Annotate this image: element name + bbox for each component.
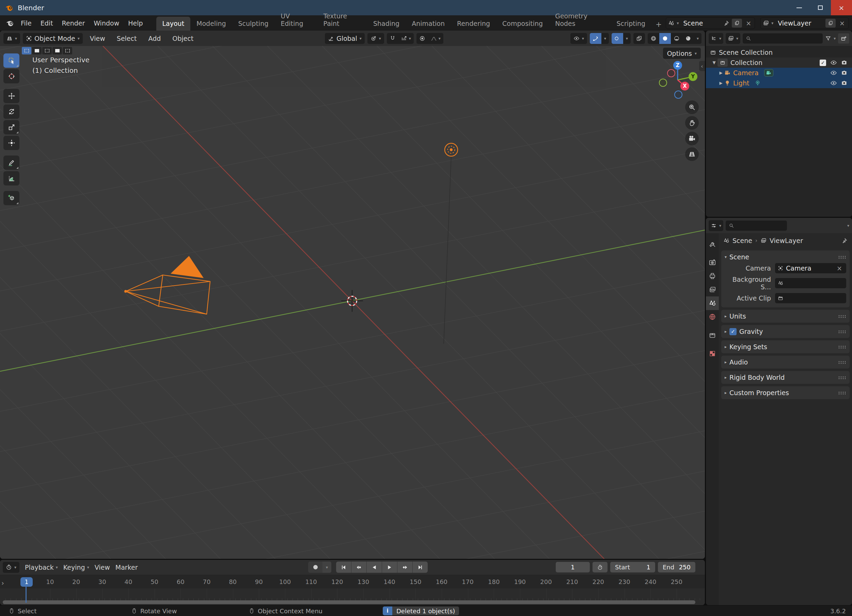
current-frame-badge[interactable]: 1 — [20, 577, 33, 587]
tool-move[interactable] — [3, 89, 20, 103]
drag-handle-icon[interactable] — [838, 392, 846, 395]
show-object-types-selector[interactable]: ▾ — [570, 33, 587, 44]
select-mode-subtract[interactable] — [42, 47, 52, 54]
gizmo-neg-z-handle[interactable] — [675, 91, 682, 98]
viewport-canvas[interactable]: Z Y X User Perspective ( — [0, 46, 705, 559]
tab-compositing[interactable]: Compositing — [496, 17, 549, 31]
tool-measure[interactable] — [3, 171, 20, 185]
chevron-down-icon[interactable]: ▾ — [847, 223, 849, 228]
background-scene-field[interactable] — [775, 278, 846, 288]
view-layer-selector[interactable]: ▾ ViewLayer × — [760, 17, 849, 29]
tool-transform[interactable] — [3, 136, 20, 150]
timeline-scrollbar[interactable] — [3, 600, 695, 604]
close-button[interactable]: × — [831, 0, 852, 15]
hide-eye-icon[interactable] — [830, 59, 837, 66]
outliner-row-camera[interactable]: ▶ Camera — [706, 68, 852, 78]
drag-handle-icon[interactable] — [838, 345, 846, 348]
pin-icon[interactable] — [723, 20, 730, 26]
tab-render[interactable] — [706, 256, 719, 269]
maximize-button[interactable] — [810, 0, 831, 15]
tab-output[interactable] — [706, 269, 719, 283]
collection-checkbox[interactable]: ✓ — [820, 60, 826, 66]
tool-annotate[interactable] — [3, 155, 20, 170]
panel-expanded-icon[interactable]: ▾ — [725, 255, 727, 259]
pan-button[interactable] — [685, 116, 699, 130]
new-collection-button[interactable] — [838, 33, 849, 44]
active-clip-field[interactable] — [775, 293, 846, 303]
navigation-gizmo[interactable]: Z Y X — [659, 61, 697, 98]
tab-sculpting[interactable]: Sculpting — [232, 17, 275, 31]
proportional-edit-toggle[interactable] — [417, 33, 428, 44]
gizmo-neg-x-handle[interactable] — [659, 79, 667, 86]
tab-texture-paint[interactable]: Texture Paint — [317, 9, 367, 31]
tab-texture[interactable] — [706, 347, 719, 360]
add-workspace-button[interactable]: + — [651, 18, 666, 31]
panel-audio[interactable]: ▸ Audio — [721, 355, 850, 369]
scene-camera-field[interactable]: Camera × — [775, 263, 846, 273]
viewport-menu-view[interactable]: View — [86, 33, 110, 44]
hide-eye-icon[interactable] — [830, 80, 837, 86]
menu-edit[interactable]: Edit — [36, 18, 57, 29]
current-frame-field[interactable]: 1 — [556, 562, 590, 572]
viewport-menu-object[interactable]: Object — [168, 33, 198, 44]
outliner-search[interactable] — [743, 33, 823, 44]
use-preview-range-button[interactable] — [592, 562, 607, 572]
timeline-menu-keying[interactable]: Keying▾ — [63, 563, 89, 571]
shading-material-button[interactable] — [671, 33, 683, 44]
prev-keyframe-button[interactable] — [351, 562, 366, 573]
auto-keying-options[interactable]: ▾ — [322, 562, 331, 573]
select-mode-invert[interactable] — [53, 47, 62, 54]
playhead-line[interactable] — [26, 586, 27, 603]
tab-scripting[interactable]: Scripting — [610, 17, 652, 31]
tab-layout[interactable]: Layout — [156, 17, 191, 31]
menu-render[interactable]: Render — [57, 18, 89, 29]
timeline-ruler[interactable]: 1020304050607080901001101201301401501601… — [0, 575, 705, 589]
timeline-expand-arrow[interactable]: › — [2, 579, 4, 587]
filter-icon[interactable] — [825, 35, 831, 42]
drag-handle-icon[interactable] — [838, 361, 846, 364]
camera-data-icon[interactable] — [764, 69, 773, 77]
panel-units[interactable]: ▸ Units — [721, 310, 850, 322]
hide-eye-icon[interactable] — [830, 69, 837, 76]
unlink-scene-button[interactable]: × — [745, 20, 752, 27]
tab-view-layer[interactable] — [706, 283, 719, 297]
drag-handle-icon[interactable] — [838, 376, 846, 379]
properties-search[interactable] — [726, 220, 787, 231]
row-label[interactable]: Camera — [733, 69, 759, 77]
snap-target-selector[interactable]: ▾ — [399, 33, 414, 44]
tool-add-cube[interactable] — [3, 191, 20, 205]
breadcrumb-view-layer[interactable]: ViewLayer — [770, 237, 803, 244]
gizmo-neg-y-handle[interactable] — [668, 69, 675, 77]
play-button[interactable] — [382, 562, 397, 573]
tab-animation[interactable]: Animation — [406, 17, 451, 31]
expand-caret-icon[interactable]: ▶ — [718, 81, 724, 86]
panel-gravity[interactable]: ▸ ✓ Gravity — [721, 325, 850, 338]
tab-shading[interactable]: Shading — [367, 17, 406, 31]
play-reverse-button[interactable] — [367, 562, 382, 573]
scene-panel-title[interactable]: Scene — [730, 253, 749, 261]
expand-caret-icon[interactable]: ▶ — [718, 71, 724, 75]
xray-toggle[interactable] — [633, 33, 645, 44]
blender-menu-icon[interactable] — [6, 19, 14, 27]
timeline-editor-type-button[interactable]: ▾ — [3, 562, 20, 573]
row-label[interactable]: Light — [733, 79, 749, 87]
timeline-menu-playback[interactable]: Playback▾ — [25, 563, 58, 571]
viewport-menu-select[interactable]: Select — [112, 33, 141, 44]
tool-select-box[interactable] — [3, 53, 20, 68]
expand-caret-icon[interactable]: ▼ — [711, 60, 718, 65]
camera-view-button[interactable] — [685, 132, 699, 145]
auto-keying-toggle[interactable] — [308, 562, 322, 573]
scene-name[interactable]: Scene — [681, 20, 721, 27]
timeline-menu-view[interactable]: View — [95, 563, 110, 571]
light-data-icon[interactable] — [755, 80, 761, 86]
tab-geometry-nodes[interactable]: Geometry Nodes — [549, 9, 610, 31]
mode-selector[interactable]: Object Mode ▾ — [23, 33, 83, 44]
proportional-falloff-selector[interactable]: ▾ — [428, 33, 443, 44]
zoom-button[interactable] — [685, 100, 699, 114]
new-view-layer-button[interactable] — [825, 19, 835, 27]
viewport-menu-add[interactable]: Add — [144, 33, 165, 44]
tab-collection[interactable] — [706, 328, 719, 342]
perspective-toggle-button[interactable] — [685, 148, 699, 161]
shading-solid-button[interactable] — [659, 33, 671, 44]
frame-end-field[interactable]: End250 — [658, 562, 695, 572]
